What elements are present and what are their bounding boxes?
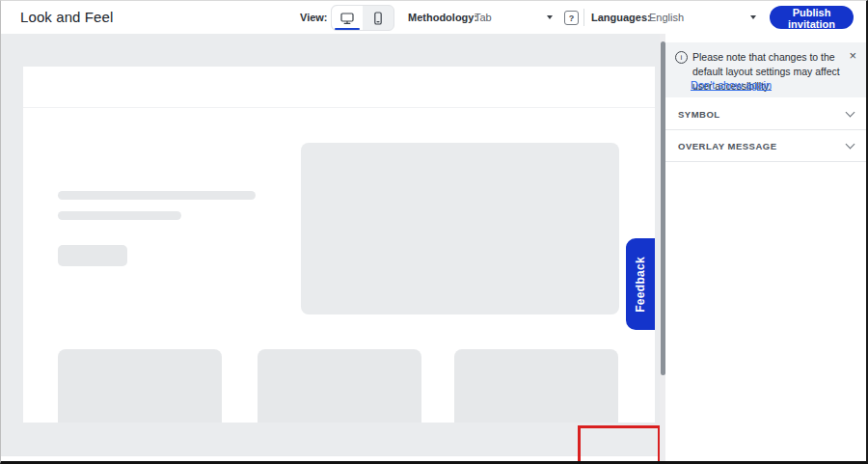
view-label: View:: [300, 12, 328, 23]
chevron-down-icon[interactable]: [547, 15, 553, 19]
feedback-tab-label: Feedback: [634, 257, 647, 313]
scrollbar-thumb[interactable]: [661, 41, 665, 375]
help-icon[interactable]: ?: [564, 11, 579, 25]
section-symbol[interactable]: SYMBOL: [665, 98, 866, 130]
dont-show-again-link[interactable]: Don't show again: [691, 79, 772, 91]
placeholder-card: [58, 349, 222, 423]
chevron-down-icon: [846, 108, 855, 118]
toolbar-divider: [583, 9, 584, 26]
top-toolbar: Look and Feel View: Methodology: Tab ?: [1, 1, 866, 35]
methodology-value[interactable]: Tab: [475, 12, 492, 23]
feedback-tab[interactable]: Feedback: [626, 238, 655, 330]
chevron-down-icon[interactable]: [750, 15, 756, 19]
placeholder-image-block: [301, 143, 619, 314]
accessibility-notice: i Please note that changes to the defaul…: [665, 42, 866, 97]
placeholder-card: [454, 349, 618, 423]
placeholder-button: [58, 245, 127, 266]
methodology-label: Methodology:: [408, 12, 477, 23]
section-overlay-message[interactable]: OVERLAY MESSAGE: [665, 130, 866, 162]
placeholder-subtitle-line: [58, 211, 181, 220]
survey-preview-card: [23, 67, 655, 423]
desktop-view-button[interactable]: [332, 6, 363, 30]
placeholder-title-line: [58, 191, 256, 200]
chevron-down-icon: [846, 140, 855, 150]
section-symbol-label: SYMBOL: [678, 109, 720, 120]
mobile-phone-icon: [370, 11, 386, 26]
languages-value[interactable]: English: [649, 12, 684, 23]
placeholder-card: [258, 349, 421, 423]
monitor-icon: [339, 11, 355, 26]
info-icon: i: [675, 51, 688, 64]
view-toggle: [331, 5, 394, 31]
survey-preview-area: Feedback Revert to published Save: [1, 34, 660, 462]
page-title: Look and Feel: [20, 9, 113, 25]
close-icon[interactable]: ×: [849, 50, 856, 61]
survey-header-placeholder: [23, 67, 655, 108]
mobile-view-button[interactable]: [363, 6, 393, 30]
section-overlay-message-label: OVERLAY MESSAGE: [678, 141, 777, 151]
footer-action-bar: Revert to published Save: [1, 455, 660, 464]
settings-sidebar: i Please note that changes to the defaul…: [665, 34, 866, 462]
look-and-feel-screen: Look and Feel View: Methodology: Tab ?: [0, 0, 868, 464]
languages-label: Languages:: [591, 12, 651, 23]
publish-invitation-button[interactable]: Publish invitation: [770, 6, 854, 29]
